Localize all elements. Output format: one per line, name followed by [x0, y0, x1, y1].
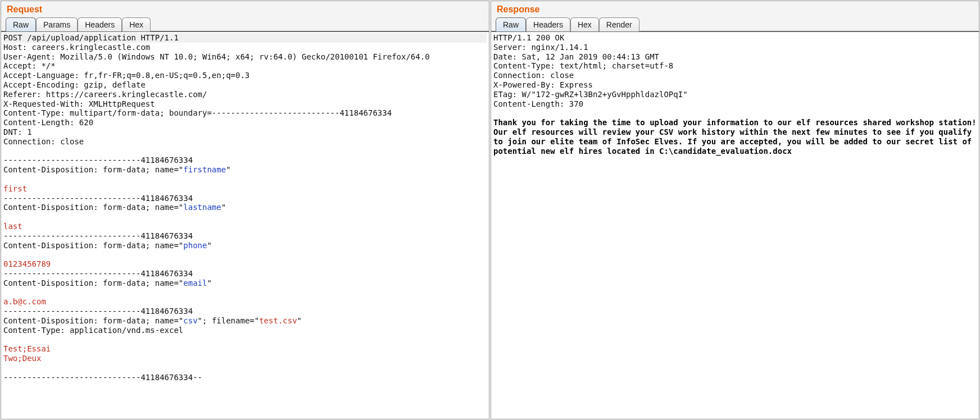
request-raw-text[interactable]: POST /api/upload/application HTTP/1.1 Ho…	[1, 32, 489, 419]
tab-hex[interactable]: Hex	[122, 17, 151, 31]
tab-render[interactable]: Render	[599, 17, 639, 31]
response-content: HTTP/1.1 200 OK Server: nginx/1.14.1 Dat…	[491, 31, 979, 419]
response-raw-text[interactable]: HTTP/1.1 200 OK Server: nginx/1.14.1 Dat…	[491, 32, 979, 419]
tab-hex[interactable]: Hex	[570, 17, 599, 31]
tab-headers[interactable]: Headers	[78, 17, 122, 31]
tab-params[interactable]: Params	[36, 17, 78, 31]
tab-raw[interactable]: Raw	[496, 17, 526, 31]
tab-headers[interactable]: Headers	[526, 17, 570, 31]
request-panel: Request Raw Params Headers Hex POST /api…	[1, 1, 489, 419]
response-tabs: Raw Headers Hex Render	[491, 17, 979, 31]
request-title: Request	[1, 1, 489, 17]
response-panel: Response Raw Headers Hex Render HTTP/1.1…	[491, 1, 979, 419]
tab-raw[interactable]: Raw	[6, 17, 36, 31]
response-title: Response	[491, 1, 979, 17]
request-tabs: Raw Params Headers Hex	[1, 17, 489, 31]
request-content: POST /api/upload/application HTTP/1.1 Ho…	[1, 31, 489, 419]
